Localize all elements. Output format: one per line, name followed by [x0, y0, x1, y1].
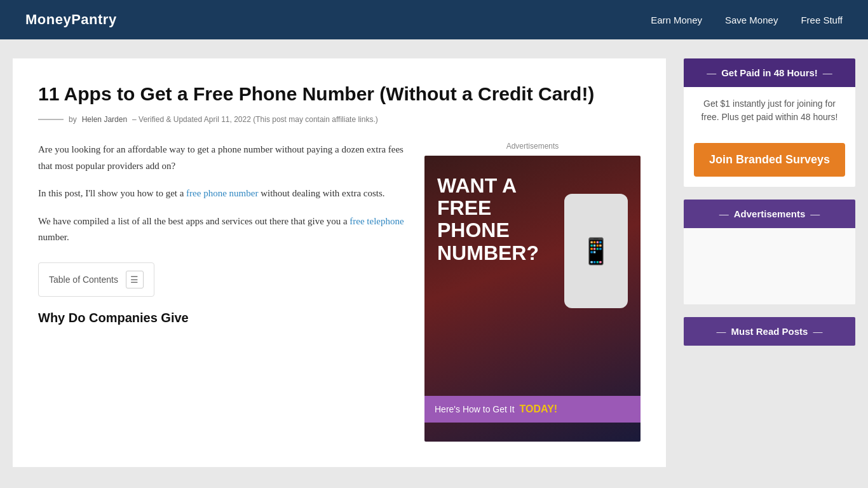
sidebar-card-branded: — Get Paid in 48 Hours! — Get $1 instant…: [684, 58, 855, 187]
toc-label: Table of Contents: [49, 274, 118, 285]
phone-illustration: 📱: [564, 194, 628, 308]
text-column: Are you looking for an affordable way to…: [38, 142, 412, 442]
sidebar-card-must-read: — Must Read Posts —: [684, 317, 855, 346]
sidebar-card1-title: Get Paid in 48 Hours!: [721, 67, 818, 78]
site-logo[interactable]: MoneyPantry: [25, 11, 117, 28]
dash-left-1: —: [707, 67, 716, 78]
sidebar-card1-body: Get $1 instantly just for joining for fr…: [684, 87, 855, 134]
sidebar: — Get Paid in 48 Hours! — Get $1 instant…: [684, 58, 855, 358]
toc-icon: ☰: [126, 271, 144, 288]
para-1: Are you looking for an affordable way to…: [38, 142, 412, 174]
para3-link[interactable]: free telephone: [349, 216, 403, 226]
sidebar-ads-body: [684, 228, 855, 304]
dash-right-2: —: [810, 208, 820, 219]
nav-earn-money[interactable]: Earn Money: [651, 15, 702, 25]
para3-before: We have compiled a list of all the best …: [38, 216, 349, 226]
nav-save-money[interactable]: Save Money: [725, 15, 778, 25]
table-of-contents[interactable]: Table of Contents ☰: [38, 262, 154, 297]
phone-ad-cta[interactable]: Here's How to Get It TODAY!: [424, 396, 641, 423]
meta-line: [38, 119, 64, 120]
meta-details: – Verified & Updated April 11, 2022 (Thi…: [132, 115, 378, 124]
para2-before: In this post, I'll show you how to get a: [38, 188, 186, 198]
dash-left-2: —: [719, 208, 729, 219]
sidebar-card-ads: — Advertisements —: [684, 200, 855, 304]
dash-right-3: —: [813, 326, 822, 337]
ad-column: Advertisements WANT AFREEPHONENUMBER? 📱 …: [424, 142, 641, 442]
ad-label: Advertisements: [424, 142, 641, 151]
para2-after: without dealing with extra costs.: [258, 188, 384, 198]
section-subtitle: Why Do Companies Give: [38, 311, 412, 325]
meta-by: by: [69, 115, 77, 124]
site-header: MoneyPantry Earn Money Save Money Free S…: [0, 0, 868, 39]
sidebar-card2-title: Advertisements: [734, 208, 806, 219]
sidebar-card-header-must-read: — Must Read Posts —: [684, 317, 855, 346]
sidebar-card-header-branded: — Get Paid in 48 Hours! —: [684, 58, 855, 87]
article-body: Are you looking for an affordable way to…: [38, 142, 641, 442]
join-branded-surveys-button[interactable]: Join Branded Surveys: [694, 143, 845, 177]
para3-after: number.: [38, 232, 69, 242]
phone-ad-cta-text: Here's How to Get It: [435, 404, 515, 414]
phone-ad-headline: WANT AFREEPHONENUMBER?: [437, 175, 539, 264]
main-content: 11 Apps to Get a Free Phone Number (With…: [13, 58, 666, 467]
dash-right-1: —: [823, 67, 832, 78]
sidebar-card3-title: Must Read Posts: [731, 326, 808, 337]
article-title: 11 Apps to Get a Free Phone Number (With…: [38, 81, 641, 106]
main-nav: Earn Money Save Money Free Stuff: [651, 15, 843, 25]
sidebar-card-header-ads: — Advertisements —: [684, 200, 855, 228]
para-2: In this post, I'll show you how to get a…: [38, 186, 412, 202]
phone-ad-cta-today: TODAY!: [520, 403, 558, 415]
meta-author[interactable]: Helen Jarden: [82, 115, 127, 124]
article-meta: by Helen Jarden – Verified & Updated Apr…: [38, 115, 641, 124]
para-3: We have compiled a list of all the best …: [38, 214, 412, 246]
phone-ad-image[interactable]: WANT AFREEPHONENUMBER? 📱 Here's How to G…: [424, 156, 641, 442]
para2-link[interactable]: free phone number: [186, 188, 258, 198]
page-wrapper: 11 Apps to Get a Free Phone Number (With…: [0, 39, 868, 486]
dash-left-3: —: [717, 326, 726, 337]
nav-free-stuff[interactable]: Free Stuff: [801, 15, 843, 25]
